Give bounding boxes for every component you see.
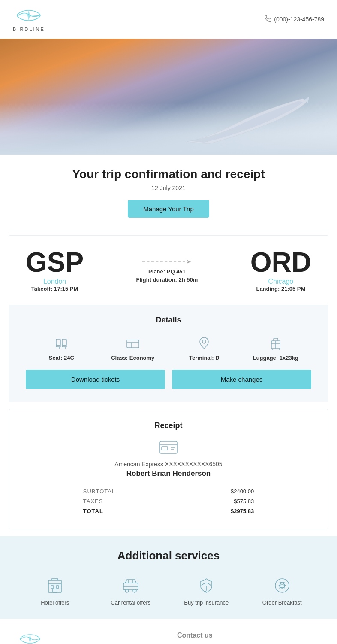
footer: BIRDLINE We work with a passion of takin… xyxy=(0,619,337,644)
svg-rect-24 xyxy=(51,586,54,588)
card-holder: Robert Brian Henderson xyxy=(26,469,311,478)
receipt-title: Receipt xyxy=(26,421,311,430)
plane-info: Plane: PQ 451 xyxy=(88,268,246,275)
details-buttons: Download tickets Make changes xyxy=(26,370,311,389)
confirmation-section: Your trip confirmation and receipt 12 Ju… xyxy=(0,155,337,226)
svg-rect-25 xyxy=(56,586,59,588)
seat-label: Seat: 24C xyxy=(26,355,97,361)
svg-point-28 xyxy=(125,589,129,592)
hero-image xyxy=(0,39,337,155)
svg-point-29 xyxy=(133,589,136,592)
class-icon xyxy=(97,335,169,352)
logo-text: BIRDLINE xyxy=(13,27,45,32)
additional-services-section: Additional services Hotel offers xyxy=(0,536,337,619)
service-insurance[interactable]: Buy trip insurance xyxy=(168,574,244,606)
duration-label: Flight duration: xyxy=(136,276,177,283)
subtotal-row: SUBTOTAL $2400.00 xyxy=(83,486,254,496)
details-title: Details xyxy=(26,316,311,325)
divider xyxy=(9,231,328,231)
phone-icon xyxy=(265,15,271,24)
email-container: BIRDLINE (000)-123-456-789 Your trip c xyxy=(0,0,337,644)
svg-rect-22 xyxy=(48,580,61,592)
card-provider: American Express xyxy=(114,461,163,468)
landing-time: Landing: 21:05 PM xyxy=(250,286,311,292)
class-label: Class: Economy xyxy=(97,355,169,361)
details-section: Details Seat: xyxy=(9,305,328,402)
total-value: $2975.83 xyxy=(231,508,254,514)
total-row: TOTAL $2975.83 xyxy=(83,506,254,516)
header: BIRDLINE (000)-123-456-789 xyxy=(0,0,337,39)
svg-point-34 xyxy=(275,579,289,592)
seat-icon xyxy=(26,335,97,352)
footer-logo: BIRDLINE xyxy=(17,632,160,644)
taxes-row: TAXES $575.83 xyxy=(83,496,254,506)
insurance-label: Buy trip insurance xyxy=(168,599,244,606)
svg-rect-2 xyxy=(56,345,60,347)
receipt-section: Receipt American Express XXXXXXXXXXX6505… xyxy=(9,409,328,529)
svg-rect-0 xyxy=(56,339,60,345)
card-icon xyxy=(26,440,311,457)
service-hotel[interactable]: Hotel offers xyxy=(17,574,93,606)
subtotal-value: $2400.00 xyxy=(231,488,254,495)
plane-icon: ➤ xyxy=(186,258,191,265)
phone-number: (000)-123-456-789 xyxy=(274,16,324,23)
terminal-icon xyxy=(168,335,240,352)
additional-services-title: Additional services xyxy=(17,549,320,562)
service-breakfast[interactable]: Order Breakfast xyxy=(244,574,320,606)
breakfast-label: Order Breakfast xyxy=(244,599,320,606)
destination-code: ORD xyxy=(250,249,311,276)
luggage-label: Luggage: 1x23kg xyxy=(240,355,312,361)
make-changes-button[interactable]: Make changes xyxy=(172,370,311,389)
detail-seat: Seat: 24C xyxy=(26,335,97,361)
flight-arrow: ➤ xyxy=(88,258,246,265)
origin-city: London xyxy=(26,278,84,286)
svg-rect-3 xyxy=(62,345,66,347)
takeoff-label: Takeoff: xyxy=(31,286,53,292)
terminal-value: D xyxy=(215,355,219,361)
detail-class: Class: Economy xyxy=(97,335,169,361)
taxes-label: TAXES xyxy=(83,498,103,504)
card-digits: XXXXXXXXXXX6505 xyxy=(165,461,223,468)
manage-trip-button[interactable]: Manage Your Trip xyxy=(128,200,209,218)
destination-city: Chicago xyxy=(250,278,311,286)
logo-icon xyxy=(14,7,44,26)
download-tickets-button[interactable]: Download tickets xyxy=(26,370,165,389)
svg-rect-1 xyxy=(62,339,66,345)
hero-wing xyxy=(183,73,311,152)
detail-terminal: Terminal: D xyxy=(168,335,240,361)
takeoff-value: 17:15 PM xyxy=(54,286,78,292)
flight-middle: ➤ Plane: PQ 451 Flight duration: 2h 50m xyxy=(84,258,250,283)
plane-number: PQ 451 xyxy=(167,268,186,275)
confirmation-date: 12 July 2021 xyxy=(17,185,320,191)
insurance-icon xyxy=(168,574,244,596)
logo: BIRDLINE xyxy=(13,7,45,32)
class-value: Economy xyxy=(129,355,155,361)
subtotal-label: SUBTOTAL xyxy=(83,488,115,495)
svg-rect-8 xyxy=(127,340,139,348)
card-number: American Express XXXXXXXXXXX6505 xyxy=(26,461,311,468)
svg-point-11 xyxy=(202,340,206,343)
details-icons-row: Seat: 24C Class: Economy xyxy=(26,335,311,361)
phone-area: (000)-123-456-789 xyxy=(265,15,324,24)
svg-rect-19 xyxy=(162,447,168,450)
hotel-icon xyxy=(17,574,93,596)
car-icon xyxy=(93,574,169,596)
receipt-card-area: American Express XXXXXXXXXXX6505 Robert … xyxy=(26,440,311,478)
luggage-value: 1x23kg xyxy=(280,355,298,361)
luggage-icon xyxy=(240,335,312,352)
services-row: Hotel offers Car rental offers xyxy=(17,574,320,606)
receipt-table: SUBTOTAL $2400.00 TAXES $575.83 TOTAL $2… xyxy=(83,486,254,516)
terminal-label: Terminal: D xyxy=(168,355,240,361)
total-label: TOTAL xyxy=(83,508,103,514)
plane-label: Plane: xyxy=(148,268,165,275)
footer-right: Contact us 30 Commercial Road Fratton, A… xyxy=(177,632,320,644)
car-label: Car rental offers xyxy=(93,599,169,606)
flight-section: GSP London Takeoff: 17:15 PM ➤ Plane: PQ… xyxy=(9,235,328,305)
detail-luggage: Luggage: 1x23kg xyxy=(240,335,312,361)
landing-value: 21:05 PM xyxy=(281,286,305,292)
flight-row: GSP London Takeoff: 17:15 PM ➤ Plane: PQ… xyxy=(26,249,311,292)
origin-code: GSP xyxy=(26,249,84,276)
service-car[interactable]: Car rental offers xyxy=(93,574,169,606)
origin: GSP London Takeoff: 17:15 PM xyxy=(26,249,84,292)
duration-value: 2h 50m xyxy=(179,276,198,283)
